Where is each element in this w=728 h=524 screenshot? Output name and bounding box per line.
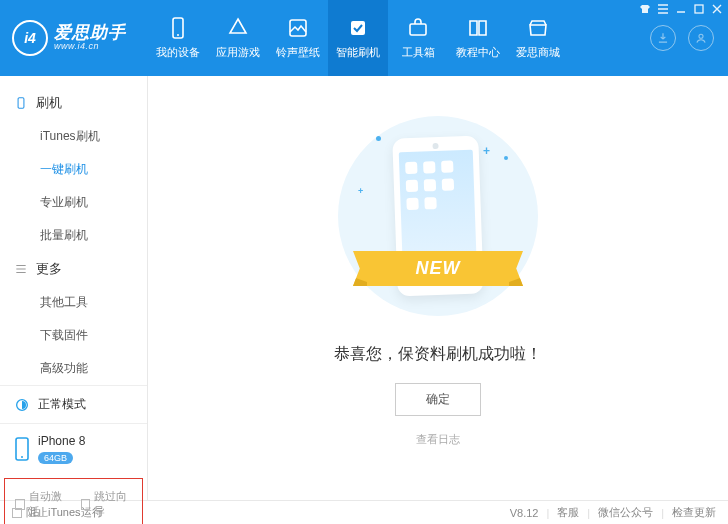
tab-label: 铃声壁纸 <box>276 45 320 60</box>
close-button[interactable] <box>712 4 722 16</box>
tab-label: 我的设备 <box>156 45 200 60</box>
window-controls <box>640 4 722 16</box>
version-label: V8.12 <box>510 507 539 519</box>
store-icon <box>526 17 550 39</box>
tab-label: 工具箱 <box>402 45 435 60</box>
tab-label: 爱思商城 <box>516 45 560 60</box>
svg-point-5 <box>699 34 703 38</box>
sidebar-item-oneclick-flash[interactable]: 一键刷机 <box>0 153 147 186</box>
app-title: 爱思助手 <box>54 24 126 43</box>
group-title: 刷机 <box>36 94 62 112</box>
tab-label: 智能刷机 <box>336 45 380 60</box>
device-capacity-badge: 64GB <box>38 452 73 464</box>
tab-ringtones[interactable]: 铃声壁纸 <box>268 0 328 76</box>
sidebar-item-advanced[interactable]: 高级功能 <box>0 352 147 385</box>
tab-flash[interactable]: 智能刷机 <box>328 0 388 76</box>
sidebar-item-batch-flash[interactable]: 批量刷机 <box>0 219 147 252</box>
tab-store[interactable]: 爱思商城 <box>508 0 568 76</box>
sidebar: 刷机 iTunes刷机 一键刷机 专业刷机 批量刷机 更多 其他工具 下载固件 … <box>0 76 148 500</box>
skin-icon[interactable] <box>640 4 650 16</box>
main-content: + + + NEW 恭喜您，保资料刷机成功啦！ 确定 查看日志 <box>148 76 728 500</box>
phone-icon <box>14 96 28 110</box>
book-icon <box>466 17 490 39</box>
checkbox-label: 阻止iTunes运行 <box>26 505 103 520</box>
menu-icon[interactable] <box>658 4 668 16</box>
sidebar-item-itunes-flash[interactable]: iTunes刷机 <box>0 120 147 153</box>
iphone-icon <box>14 437 30 461</box>
wallpaper-icon <box>286 17 310 39</box>
ok-button[interactable]: 确定 <box>395 383 481 416</box>
svg-point-10 <box>21 456 23 458</box>
sidebar-item-download-fw[interactable]: 下载固件 <box>0 319 147 352</box>
wechat-link[interactable]: 微信公众号 <box>598 505 653 520</box>
update-link[interactable]: 检查更新 <box>672 505 716 520</box>
sidebar-item-pro-flash[interactable]: 专业刷机 <box>0 186 147 219</box>
support-link[interactable]: 客服 <box>557 505 579 520</box>
sidebar-group-flash[interactable]: 刷机 <box>0 86 147 120</box>
device-icon <box>166 17 190 39</box>
sidebar-item-other-tools[interactable]: 其他工具 <box>0 286 147 319</box>
title-bar: i4 爱思助手 www.i4.cn 我的设备 应用游戏 铃声壁纸 智能刷机 工具… <box>0 0 728 76</box>
svg-rect-3 <box>351 21 365 35</box>
svg-point-1 <box>177 34 179 36</box>
tab-apps[interactable]: 应用游戏 <box>208 0 268 76</box>
mode-icon <box>14 397 30 413</box>
group-title: 更多 <box>36 260 62 278</box>
list-icon <box>14 262 28 276</box>
tab-tutorials[interactable]: 教程中心 <box>448 0 508 76</box>
maximize-button[interactable] <box>694 4 704 16</box>
toolbox-icon <box>406 17 430 39</box>
apps-icon <box>226 17 250 39</box>
tab-my-device[interactable]: 我的设备 <box>148 0 208 76</box>
tab-toolbox[interactable]: 工具箱 <box>388 0 448 76</box>
minimize-button[interactable] <box>676 4 686 16</box>
app-subtitle: www.i4.cn <box>54 42 126 52</box>
flash-icon <box>346 17 370 39</box>
success-message: 恭喜您，保资料刷机成功啦！ <box>334 344 542 365</box>
connected-device[interactable]: iPhone 8 64GB <box>0 424 147 474</box>
new-ribbon: NEW <box>353 251 523 286</box>
top-tabs: 我的设备 应用游戏 铃声壁纸 智能刷机 工具箱 教程中心 爱思商城 <box>148 0 636 76</box>
checkbox-icon <box>12 508 22 518</box>
checkbox-block-itunes[interactable]: 阻止iTunes运行 <box>12 505 103 520</box>
logo-icon: i4 <box>12 20 48 56</box>
sidebar-group-more[interactable]: 更多 <box>0 252 147 286</box>
svg-rect-6 <box>695 5 703 13</box>
tab-label: 应用游戏 <box>216 45 260 60</box>
user-button[interactable] <box>688 25 714 51</box>
mode-label: 正常模式 <box>38 396 86 413</box>
view-log-link[interactable]: 查看日志 <box>416 432 460 447</box>
svg-rect-4 <box>410 24 426 35</box>
success-illustration: + + + NEW <box>338 116 538 316</box>
download-button[interactable] <box>650 25 676 51</box>
svg-rect-7 <box>18 98 24 109</box>
device-mode-row[interactable]: 正常模式 <box>0 386 147 424</box>
device-name: iPhone 8 <box>38 434 85 448</box>
app-logo: i4 爱思助手 www.i4.cn <box>0 0 148 76</box>
tab-label: 教程中心 <box>456 45 500 60</box>
